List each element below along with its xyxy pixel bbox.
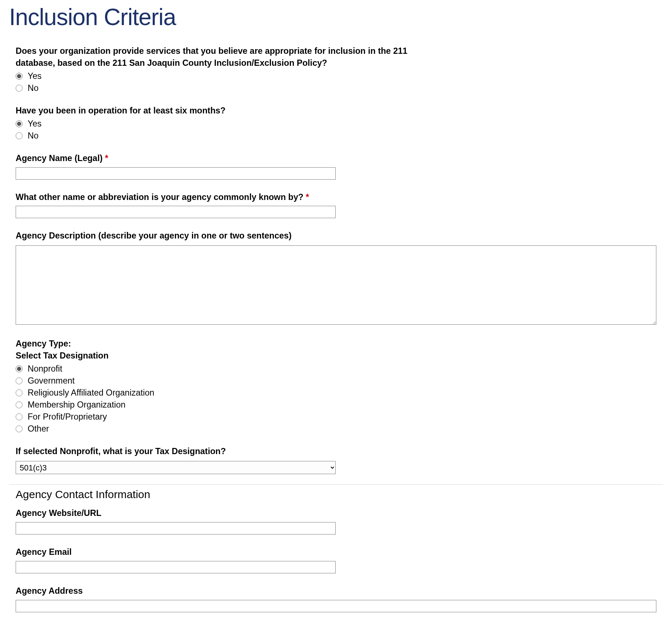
tax-designation-label: If selected Nonprofit, what is your Tax …	[16, 445, 656, 457]
description-label: Agency Description (describe your agency…	[16, 230, 656, 242]
other-name-label: What other name or abbreviation is your …	[16, 192, 303, 202]
address-label: Agency Address	[16, 585, 656, 597]
atype-forprofit-radio[interactable]	[16, 413, 23, 420]
q2-yes-label: Yes	[28, 119, 41, 129]
field-agency-type: Agency Type: Select Tax Designation Nonp…	[16, 338, 656, 434]
required-marker: *	[105, 153, 108, 163]
agency-name-label: Agency Name (Legal)	[16, 153, 103, 163]
website-input[interactable]	[16, 522, 336, 534]
email-input[interactable]	[16, 561, 336, 573]
q1-yes-radio[interactable]	[16, 73, 23, 80]
atype-membership-radio[interactable]	[16, 401, 23, 408]
page-title: Inclusion Criteria	[9, 4, 663, 31]
email-label: Agency Email	[16, 546, 656, 558]
q1-yes-label: Yes	[28, 71, 41, 81]
atype-government-label: Government	[28, 376, 75, 386]
q2-no-radio[interactable]	[16, 132, 23, 139]
question-six-months: Have you been in operation for at least …	[16, 105, 656, 141]
question-inclusion-appropriate: Does your organization provide services …	[16, 45, 656, 93]
q1-no-radio[interactable]	[16, 85, 23, 92]
agency-type-label-1: Agency Type:	[16, 338, 656, 350]
field-agency-email: Agency Email	[16, 546, 656, 573]
contact-section-heading: Agency Contact Information	[16, 488, 656, 501]
atype-religious-radio[interactable]	[16, 389, 23, 396]
description-textarea[interactable]	[16, 245, 656, 325]
q2-no-label: No	[28, 131, 39, 141]
field-tax-designation: If selected Nonprofit, what is your Tax …	[16, 445, 656, 474]
section-divider	[9, 484, 663, 485]
other-name-label-wrap: What other name or abbreviation is your …	[16, 191, 656, 203]
agency-name-label-wrap: Agency Name (Legal) *	[16, 152, 656, 164]
q1-no-label: No	[28, 83, 39, 93]
atype-other-label: Other	[28, 424, 49, 434]
address-input[interactable]	[16, 600, 656, 612]
atype-membership-label: Membership Organization	[28, 400, 125, 410]
field-agency-website: Agency Website/URL	[16, 507, 656, 534]
field-agency-address: Agency Address	[16, 585, 656, 612]
agency-type-label-2: Select Tax Designation	[16, 350, 656, 362]
atype-religious-label: Religiously Affiliated Organization	[28, 388, 154, 398]
website-label: Agency Website/URL	[16, 507, 656, 519]
atype-nonprofit-radio[interactable]	[16, 365, 23, 372]
atype-forprofit-label: For Profit/Proprietary	[28, 412, 107, 422]
field-agency-name: Agency Name (Legal) *	[16, 152, 656, 180]
atype-nonprofit-label: Nonprofit	[28, 364, 62, 374]
field-agency-description: Agency Description (describe your agency…	[16, 230, 656, 326]
q2-label: Have you been in operation for at least …	[16, 105, 656, 117]
q2-yes-radio[interactable]	[16, 120, 23, 127]
atype-other-radio[interactable]	[16, 425, 23, 432]
tax-designation-select[interactable]: 501(c)3	[16, 461, 336, 474]
atype-government-radio[interactable]	[16, 377, 23, 384]
other-name-input[interactable]	[16, 206, 336, 218]
q1-label: Does your organization provide services …	[16, 45, 416, 69]
required-marker: *	[306, 192, 309, 202]
field-other-name: What other name or abbreviation is your …	[16, 191, 656, 219]
agency-name-input[interactable]	[16, 167, 336, 180]
